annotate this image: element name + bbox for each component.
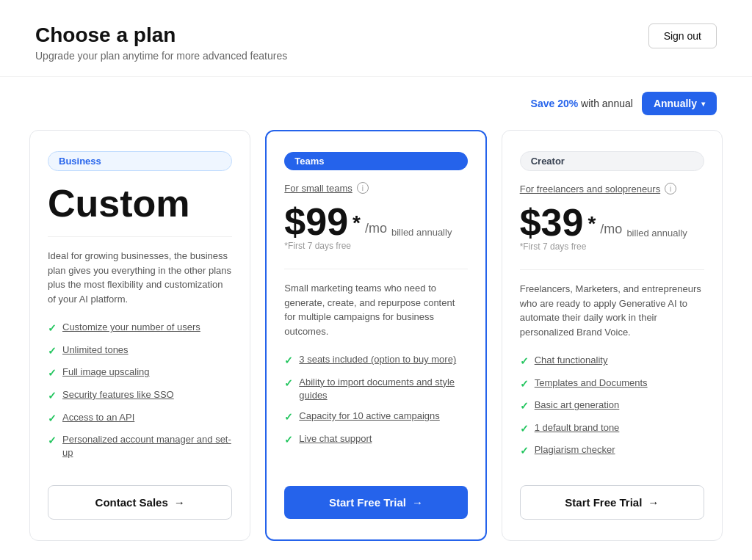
save-text: Save 20% with annual (531, 98, 633, 109)
page-subtitle: Upgrade your plan anytime for more advan… (35, 50, 287, 62)
creator-price-asterisk: * (588, 212, 596, 236)
list-item: ✓ Templates and Documents (520, 377, 704, 392)
list-item: ✓ Ability to import documents and style … (284, 376, 467, 402)
creator-billing-note: billed annually (626, 228, 687, 239)
feature-link[interactable]: Chat functionality (535, 354, 608, 367)
list-item: ✓ Live chat support (284, 432, 467, 448)
feature-link[interactable]: Plagiarism checker (535, 443, 615, 457)
check-icon: ✓ (520, 444, 529, 459)
creator-price-mo: /mo (600, 222, 622, 237)
teams-cta-label: Start Free Trial (329, 496, 406, 509)
feature-link[interactable]: 1 default brand tone (535, 421, 620, 434)
teams-price-mo: /mo (365, 221, 387, 236)
business-badge: Business (48, 151, 232, 171)
list-item: ✓ Basic art generation (520, 399, 704, 414)
feature-link[interactable]: Unlimited tones (62, 343, 129, 357)
annually-label: Annually (654, 98, 697, 109)
teams-features-list: ✓ 3 seats included (option to buy more) … (284, 353, 467, 468)
teams-badge: Teams (284, 152, 467, 170)
feature-link[interactable]: Live chat support (299, 432, 372, 446)
list-item: ✓ Customize your number of users (48, 321, 232, 336)
list-item: ✓ Capacity for 10 active campaigns (284, 410, 467, 425)
business-cta-button[interactable]: Contact Sales → (48, 485, 232, 520)
creator-cta-label: Start Free Trial (565, 496, 642, 509)
check-icon: ✓ (48, 344, 57, 359)
feature-link[interactable]: Access to an API (62, 411, 134, 424)
chevron-down-icon: ▾ (701, 100, 705, 108)
creator-cta-button[interactable]: Start Free Trial → (520, 485, 704, 520)
feature-link[interactable]: 3 seats included (option to buy more) (299, 353, 456, 366)
list-item: ✓ Plagiarism checker (520, 443, 704, 459)
page-header: Choose a plan Upgrade your plan anytime … (0, 0, 752, 77)
check-icon: ✓ (520, 354, 529, 369)
check-icon: ✓ (520, 399, 529, 414)
teams-first-days: *First 7 days free (284, 241, 467, 251)
business-features-list: ✓ Customize your number of users ✓ Unlim… (48, 321, 232, 467)
creator-price-row: $39* /mo billed annually (520, 203, 704, 241)
list-item: ✓ 3 seats included (option to buy more) (284, 353, 467, 368)
teams-billing-note: billed annually (391, 227, 452, 238)
check-icon: ✓ (284, 354, 293, 368)
creator-for-link[interactable]: For freelancers and solopreneurs (520, 183, 661, 194)
teams-price-main: $99 (284, 203, 348, 241)
check-icon: ✓ (48, 366, 57, 381)
feature-link[interactable]: Full image upscaling (62, 366, 150, 379)
list-item: ✓ Access to an API (48, 411, 232, 426)
check-icon: ✓ (520, 422, 529, 437)
teams-for-link[interactable]: For small teams (284, 183, 352, 194)
creator-price-block: $39* /mo billed annually *First 7 days f… (520, 203, 704, 263)
check-icon: ✓ (284, 377, 293, 391)
save-highlight: Save 20% (531, 98, 579, 109)
creator-description: Freelancers, Marketers, and entrepreneur… (520, 269, 704, 339)
billing-toggle-row: Save 20% with annual Annually ▾ (0, 77, 752, 130)
arrow-right-icon: → (648, 496, 659, 509)
feature-link[interactable]: Ability to import documents and style gu… (299, 376, 467, 402)
teams-for-label: For small teams i (284, 182, 467, 194)
teams-price-asterisk: * (352, 211, 361, 235)
arrow-right-icon: → (412, 496, 423, 509)
business-description: Ideal for growing businesses, the busine… (48, 236, 232, 306)
feature-link[interactable]: Customize your number of users (62, 321, 200, 334)
teams-price-block: $99* /mo billed annually *First 7 days f… (284, 203, 467, 263)
list-item: ✓ Chat functionality (520, 354, 704, 369)
creator-price-main: $39 (520, 203, 584, 241)
check-icon: ✓ (48, 321, 57, 336)
feature-link[interactable]: Security features like SSO (62, 388, 174, 401)
page-title: Choose a plan (35, 23, 287, 47)
creator-for-label: For freelancers and solopreneurs i (520, 183, 704, 194)
header-title-area: Choose a plan Upgrade your plan anytime … (35, 23, 287, 62)
info-icon[interactable]: i (357, 182, 369, 194)
creator-features-list: ✓ Chat functionality ✓ Templates and Doc… (520, 354, 704, 468)
list-item: ✓ Full image upscaling (48, 366, 232, 381)
creator-first-days: *First 7 days free (520, 241, 704, 252)
teams-price-row: $99* /mo billed annually (284, 203, 467, 241)
list-item: ✓ 1 default brand tone (520, 421, 704, 437)
teams-description: Small marketing teams who need to genera… (284, 269, 467, 338)
feature-link[interactable]: Templates and Documents (535, 377, 648, 390)
check-icon: ✓ (284, 410, 293, 425)
list-item: ✓ Personalized account manager and set-u… (48, 433, 232, 459)
business-cta-label: Contact Sales (95, 496, 168, 509)
check-icon: ✓ (48, 412, 57, 426)
creator-plan-card: Creator For freelancers and solopreneurs… (502, 130, 723, 541)
feature-link[interactable]: Personalized account manager and set-up (62, 433, 232, 459)
annually-toggle-button[interactable]: Annually ▾ (642, 92, 717, 115)
teams-cta-button[interactable]: Start Free Trial → (284, 486, 467, 519)
feature-link[interactable]: Capacity for 10 active campaigns (299, 410, 439, 423)
business-price: Custom (48, 183, 232, 225)
feature-link[interactable]: Basic art generation (535, 399, 620, 412)
plans-container: Business Custom Ideal for growing busine… (0, 130, 752, 560)
list-item: ✓ Security features like SSO (48, 388, 232, 404)
creator-badge: Creator (520, 151, 704, 171)
info-icon[interactable]: i (665, 183, 676, 194)
check-icon: ✓ (520, 377, 529, 392)
check-icon: ✓ (284, 433, 293, 448)
check-icon: ✓ (48, 389, 57, 404)
list-item: ✓ Unlimited tones (48, 343, 232, 359)
sign-out-button[interactable]: Sign out (648, 23, 717, 48)
arrow-right-icon: → (174, 496, 185, 509)
check-icon: ✓ (48, 434, 57, 448)
business-plan-card: Business Custom Ideal for growing busine… (29, 130, 250, 541)
teams-plan-card: Teams For small teams i $99* /mo billed … (265, 130, 486, 541)
